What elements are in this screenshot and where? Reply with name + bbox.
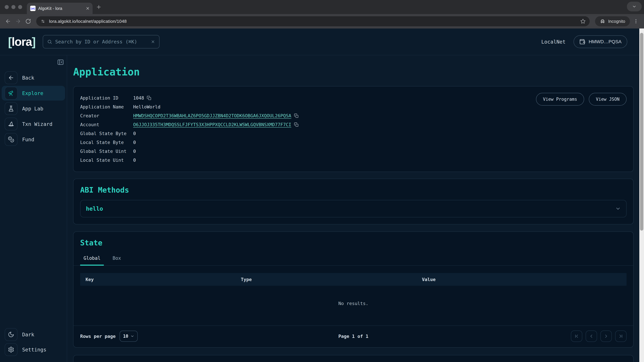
logo-bracket-right: ]	[32, 35, 36, 48]
local-state-byte-value: 0	[133, 138, 136, 147]
detail-row: Global State Byte 0	[80, 129, 626, 138]
rows-per-page-label: Rows per page	[80, 334, 116, 339]
sidebar-item-label: App Lab	[22, 106, 43, 112]
sidebar-item-theme-dark[interactable]: Dark	[2, 327, 65, 342]
page-title: Application	[73, 66, 634, 78]
traffic-lights[interactable]	[0, 5, 27, 9]
back-icon[interactable]	[4, 16, 12, 26]
state-tabs: Global Box	[74, 252, 633, 266]
rows-per-page-value: 10	[123, 334, 128, 339]
gear-icon	[5, 343, 18, 356]
browser-window: [ak] AlgoKit - lora lora.algokit.io/l	[0, 0, 644, 362]
sidebar-item-label: Fund	[22, 137, 34, 142]
abi-method-name: hello	[86, 205, 103, 212]
page-scrollbar[interactable]	[639, 28, 644, 362]
copy-icon[interactable]	[294, 122, 299, 127]
detail-label: Local State Uint	[80, 156, 133, 165]
state-table-footer: Rows per page 10 Page 1 of 1	[74, 326, 633, 347]
rows-per-page-select[interactable]: 10	[120, 331, 138, 342]
tab-search-chevron-icon[interactable]	[627, 2, 642, 11]
close-window-button[interactable]	[5, 5, 9, 9]
detail-label: Local State Byte	[80, 138, 133, 147]
sidebar: Back Explore App Lab Txn Wizard	[0, 55, 67, 362]
detail-label: Application Name	[80, 102, 133, 111]
collapse-sidebar-icon[interactable]	[57, 59, 64, 66]
detail-row: Account O6JJOJ335TH3MDQSSLFJFYTS3X3HPPXQ…	[80, 120, 626, 129]
wizard-hat-icon	[5, 118, 18, 130]
tab-global[interactable]: Global	[80, 252, 104, 266]
search-clear-icon[interactable]	[151, 39, 155, 44]
tab-box[interactable]: Box	[109, 252, 124, 266]
url-text[interactable]: lora.algokit.io/localnet/application/104…	[49, 19, 577, 24]
next-page-button[interactable]	[600, 331, 612, 342]
incognito-label: Incognito	[608, 19, 625, 24]
network-label[interactable]: LocalNet	[541, 39, 566, 45]
copy-icon[interactable]	[147, 96, 152, 100]
maximize-window-button[interactable]	[18, 5, 22, 9]
incognito-badge: Incognito	[595, 16, 630, 26]
lora-logo[interactable]: [lora]	[8, 35, 36, 48]
menu-dots-icon[interactable]	[632, 16, 640, 26]
copy-icon[interactable]	[294, 113, 299, 118]
new-tab-icon[interactable]	[96, 4, 102, 10]
sidebar-item-fund[interactable]: Fund	[2, 132, 65, 147]
view-programs-button[interactable]: View Programs	[536, 93, 584, 106]
local-state-uint-value: 0	[133, 156, 136, 165]
global-state-byte-value: 0	[133, 129, 136, 138]
site-controls-icon[interactable]	[40, 18, 46, 24]
moon-icon	[5, 328, 18, 341]
logo-text: lora	[12, 35, 32, 48]
url-bar[interactable]: lora.algokit.io/localnet/application/104…	[36, 16, 590, 26]
sidebar-item-settings[interactable]: Settings	[2, 342, 65, 357]
sidebar-item-label: Txn Wizard	[22, 121, 52, 127]
sidebar-item-app-lab[interactable]: App Lab	[2, 101, 65, 116]
search-box[interactable]	[43, 35, 160, 48]
detail-label: Account	[80, 120, 133, 129]
forward-icon[interactable]	[14, 16, 22, 26]
last-page-button[interactable]	[615, 331, 626, 342]
view-json-button[interactable]: View JSON	[589, 93, 626, 106]
main-content: Application Application ID 1048 Applicat…	[67, 55, 644, 362]
sidebar-item-back[interactable]: Back	[2, 70, 65, 85]
scrollbar-thumb[interactable]	[640, 33, 643, 231]
flask-icon	[5, 102, 18, 115]
sidebar-item-txn-wizard[interactable]: Txn Wizard	[2, 117, 65, 131]
sidebar-item-label: Settings	[22, 347, 46, 353]
creator-address-link[interactable]: HMWDSHQCOPD2T36WBAHLAZ6PO5GDJJZBN4D2TODK…	[133, 111, 291, 120]
minimize-window-button[interactable]	[12, 5, 16, 9]
app-header: [lora] LocalNet HMWD…PQSA	[0, 28, 644, 55]
wallet-button[interactable]: HMWD…PQSA	[574, 35, 627, 48]
state-card: State Global Box Key Type Value No resul…	[73, 231, 634, 348]
sidebar-item-label: Back	[22, 75, 34, 81]
reload-icon[interactable]	[24, 16, 32, 26]
tab-favicon: [ak]	[30, 6, 36, 11]
detail-row: Local State Byte 0	[80, 138, 626, 147]
detail-label: Creator	[80, 111, 133, 120]
detail-row: Local State Uint 0	[80, 156, 626, 165]
application-id-value: 1048	[133, 93, 144, 102]
abi-methods-heading: ABI Methods	[80, 186, 626, 194]
application-details-card: Application ID 1048 Application Name Hel…	[73, 86, 634, 172]
account-address-link[interactable]: O6JJOJ335TH3MDQSSLFJFYTS3X3HPPXQCCLD2KLW…	[133, 120, 291, 129]
column-value: Value	[422, 277, 626, 282]
browser-toolbar: lora.algokit.io/localnet/application/104…	[0, 14, 644, 28]
abi-method-accordion[interactable]: hello	[80, 200, 626, 217]
activity-card: Activity Live Transactions Historical Tr…	[73, 355, 634, 362]
bookmark-star-icon[interactable]	[580, 18, 586, 24]
first-page-button[interactable]	[571, 331, 582, 342]
state-table-header: Key Type Value	[80, 273, 626, 286]
coins-icon	[5, 133, 18, 146]
browser-tab[interactable]: [ak] AlgoKit - lora	[27, 3, 92, 14]
tab-close-icon[interactable]	[86, 6, 90, 10]
sidebar-item-label: Explore	[22, 90, 43, 96]
wallet-icon	[579, 39, 585, 45]
detail-row: Creator HMWDSHQCOPD2T36WBAHLAZ6PO5GDJJZB…	[80, 111, 626, 120]
detail-value: 1048	[133, 93, 152, 102]
chevron-down-icon	[615, 206, 621, 212]
search-input[interactable]	[55, 39, 148, 44]
column-type: Type	[241, 277, 422, 282]
sidebar-item-label: Dark	[22, 332, 34, 338]
sidebar-item-explore[interactable]: Explore	[2, 86, 65, 100]
previous-page-button[interactable]	[586, 331, 597, 342]
pagination	[571, 331, 626, 342]
